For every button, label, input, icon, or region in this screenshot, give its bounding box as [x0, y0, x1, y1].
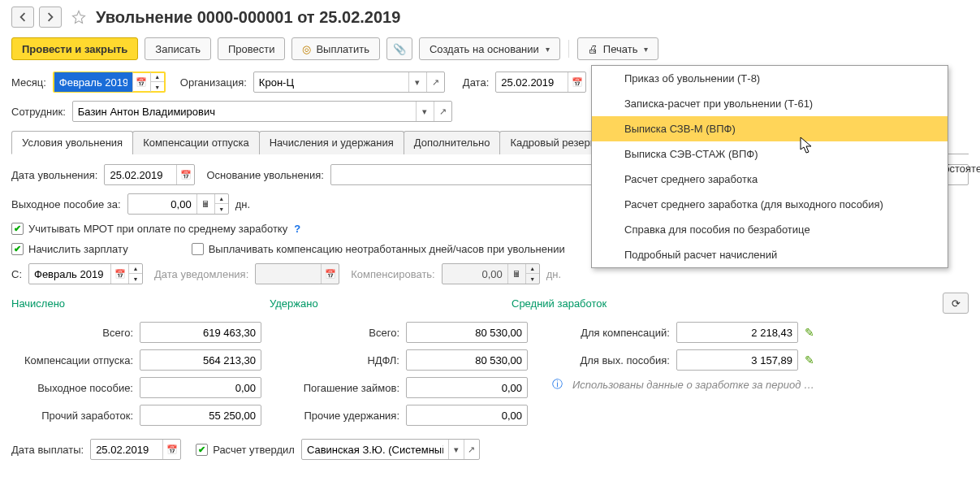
chk-approved[interactable]: ✔Расчет утвердил	[196, 444, 295, 456]
nav-forward-button[interactable]	[39, 7, 62, 28]
chevron-down-icon[interactable]: ▼	[151, 82, 164, 92]
pay-button[interactable]: ◎Выплатить	[291, 37, 380, 60]
open-icon[interactable]: ↗	[426, 72, 444, 92]
attach-button[interactable]: 📎	[386, 37, 412, 60]
fire-date-field[interactable]: 📅	[104, 164, 195, 185]
withheld-head: Удержано	[270, 297, 505, 310]
calendar-icon[interactable]: 📅	[132, 72, 150, 92]
approved-field[interactable]: ▾↗	[301, 439, 480, 460]
print-item-szvm[interactable]: Выписка СЗВ-М (ВПФ)	[592, 116, 948, 141]
org-field[interactable]: ▾ ↗	[253, 72, 445, 93]
tab-reserve[interactable]: Кадровый резерв	[499, 131, 606, 154]
favorite-star-icon[interactable]	[70, 8, 88, 26]
employee-field[interactable]: ▾ ↗	[72, 101, 452, 122]
allowance-field[interactable]: 🖩▲▼	[127, 193, 229, 215]
chk-compensate[interactable]: Выплачивать компенсацию неотработанных д…	[192, 243, 565, 255]
print-item-avg[interactable]: Расчет среднего заработка	[592, 167, 948, 192]
avg-hint[interactable]: Использованы данные о заработке за перио…	[572, 379, 814, 391]
refresh-button[interactable]: ⟳	[943, 293, 969, 314]
page-title: Увольнение 0000-000001 от 25.02.2019	[96, 8, 400, 27]
tab-accruals[interactable]: Начисления и удержания	[259, 131, 404, 154]
post-and-close-button[interactable]: Провести и закрыть	[11, 37, 138, 60]
avg-head: Средний заработок	[512, 297, 936, 310]
post-button[interactable]: Провести	[218, 37, 286, 60]
print-menu: Приказ об увольнении (Т-8) Записка-расче…	[591, 65, 948, 268]
notice-label: Дата уведомления:	[154, 268, 248, 280]
tab-conditions[interactable]: Условия увольнения	[11, 131, 133, 154]
printer-icon: 🖨	[588, 43, 598, 55]
cursor-icon	[800, 137, 814, 154]
print-item-unemployment[interactable]: Справка для пособия по безработице	[592, 217, 948, 242]
print-item-t61[interactable]: Записка-расчет при увольнении (Т-61)	[592, 91, 948, 116]
nav-back-button[interactable]	[11, 7, 34, 28]
compensate-label: Компенсировать:	[351, 268, 434, 280]
tab-additional[interactable]: Дополнительно	[404, 131, 501, 154]
print-item-szvstazh[interactable]: Выписка СЭВ-СТАЖ (ВПФ)	[592, 141, 948, 167]
create-from-button[interactable]: Создать на основании	[419, 37, 560, 60]
compensate-field: 🖩▲▼	[442, 263, 540, 284]
print-item-detailed[interactable]: Подробный расчет начислений	[592, 242, 948, 267]
calculator-icon[interactable]: 🖩	[196, 194, 214, 214]
fire-date-label: Дата увольнения:	[11, 169, 97, 181]
coins-icon: ◎	[302, 43, 311, 55]
edit-icon[interactable]: ✎	[805, 353, 814, 366]
calendar-icon[interactable]: 📅	[176, 165, 194, 184]
paydate-label: Дата выплаты:	[11, 444, 84, 456]
date-label: Дата:	[463, 76, 489, 89]
paperclip-icon: 📎	[393, 43, 406, 55]
paydate-field[interactable]: 📅	[90, 439, 181, 460]
date-field[interactable]: 📅	[495, 72, 586, 93]
calendar-icon[interactable]: 📅	[568, 72, 585, 92]
info-icon: ⓘ	[552, 377, 563, 392]
accrued-head: Начислено	[11, 297, 263, 310]
tab-compensation[interactable]: Компенсации отпуска	[132, 131, 260, 154]
chk-salary[interactable]: ✔Начислить зарплату	[11, 243, 128, 255]
refresh-icon: ⟳	[952, 297, 961, 310]
print-item-t8[interactable]: Приказ об увольнении (Т-8)	[592, 66, 948, 91]
allowance-label: Выходное пособие за:	[11, 198, 121, 210]
chevron-up-icon[interactable]: ▲	[151, 72, 164, 82]
help-icon[interactable]: ?	[294, 223, 300, 235]
month-label: Месяц:	[11, 76, 46, 89]
chevron-down-icon[interactable]: ▾	[408, 72, 426, 92]
save-button[interactable]: Записать	[145, 37, 211, 60]
org-label: Организация:	[180, 76, 247, 89]
edit-icon[interactable]: ✎	[805, 326, 814, 339]
chevron-down-icon[interactable]: ▾	[416, 102, 434, 121]
from-label: С:	[11, 268, 22, 280]
print-button[interactable]: 🖨Печать	[577, 37, 659, 60]
from-field[interactable]: 📅▲▼	[28, 263, 143, 284]
calendar-icon[interactable]: 📅	[110, 264, 128, 284]
open-icon[interactable]: ↗	[434, 102, 451, 121]
employee-label: Сотрудник:	[11, 106, 66, 118]
chk-mrot[interactable]: ✔Учитывать МРОТ при оплате по среднему з…	[11, 223, 287, 235]
notice-field: 📅	[255, 263, 339, 284]
basis-label: Основание увольнения:	[206, 169, 323, 181]
month-field[interactable]: 📅 ▲▼	[53, 72, 166, 93]
print-item-avg-sev[interactable]: Расчет среднего заработка (для выходного…	[592, 192, 948, 217]
